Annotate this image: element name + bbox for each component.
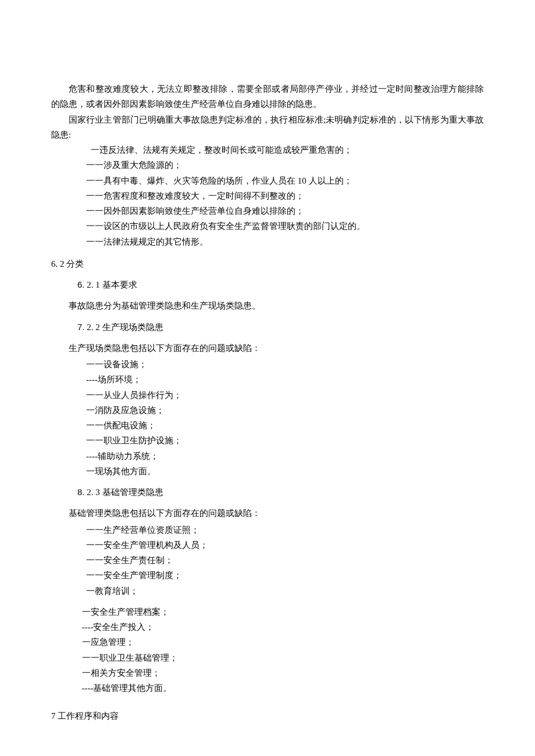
intro-p2-part-a: 国家行业主管部门已明确重大事故隐患判定标准的，执行相应标准 [69,115,323,124]
intro-item-1: 一违反法律、法规有关规定，整改时间长或可能造成较严重危害的； [51,142,484,157]
item-622-2: ----场所环境； [51,372,484,387]
item-623-2: 一一安全生产管理机构及人员； [51,538,484,553]
item-623-6: 一安全生产管理档案； [51,604,484,619]
intro-paragraph-2: 国家行业主管部门已明确重大事故隐患判定标准的，执行相应标准;未明确判定标准的，以… [51,112,484,143]
gap [51,599,484,604]
intro-item-5: 一一因外部因素影响致使生产经营单位自身难以排除的； [51,203,484,218]
heading-6-2-3: 8. 2. 3 基础管理类隐患 [51,485,484,500]
intro-item-3: 一一具有中毒、爆炸、火灾等危险的场所，作业人员在 10 人以上的； [51,173,484,188]
heading-6-2-3-num: 8. [77,487,85,497]
document-page: 危害和整改难度较大，无法立即整改排除，需要全部或者局部停产停业，并经过一定时间整… [0,0,535,756]
item-623-4: 一一安全生产管理制度； [51,568,484,583]
item-622-3: 一一从业人员操作行为； [51,388,484,403]
item-623-11: ----基础管理其他方面。 [51,680,484,696]
heading-6-2-2-title: 2. 2 生产现场类隐患 [85,323,163,332]
item-622-6: 一一职业卫生防护设施； [51,433,484,448]
heading-6-2: 6. 2 分类 [51,256,484,271]
item-623-8: 一应急管理； [51,635,484,650]
intro-item-7: 一一法律法规规定的其它情形。 [51,234,484,249]
item-622-4: 一消防及应急设施； [51,403,484,418]
intro-item-6: 一一设区的市级以上人民政府负有安全生产监督管理耿责的部门认定的。 [51,218,484,234]
paragraph-6-2-2-lead: 生产现场类隐患包括以下方面存在的问题或缺陷： [51,341,484,356]
intro-paragraph-1: 危害和整改难度较大，无法立即整改排除，需要全部或者局部停产停业，并经过一定时间整… [51,81,484,112]
heading-7: 7 工作程序和内容 [51,708,484,723]
heading-6-2-1-num: 6. [77,280,85,289]
heading-6-2-3-title: 2. 3 基础管理类隐患 [85,488,163,497]
item-623-7: ----安全生产投入； [51,619,484,635]
heading-6-2-2: 7. 2. 2 生产现场类隐患 [51,320,484,335]
item-623-3: 一一安全生产责任制； [51,553,484,568]
item-623-5: 一教育培训； [51,583,484,599]
paragraph-6-2-1: 事故隐患分为基础管理类隐患和生产现场类隐患。 [51,298,484,313]
item-623-1: 一一生产经营单位资质证照； [51,522,484,538]
item-623-9: 一一职业卫生基础管理； [51,650,484,665]
intro-item-2: 一一涉及重大危险源的； [51,157,484,173]
item-622-5: 一一供配电设施； [51,418,484,433]
item-622-1: 一一设备设施； [51,357,484,372]
item-623-10: 一相关方安全管理； [51,665,484,680]
item-622-7: ----辅助动力系统； [51,449,484,464]
heading-6-2-1: 6. 2. 1 基本要求 [51,277,484,292]
heading-6-2-1-title: 2. 1 基本要求 [85,280,137,289]
heading-6-2-2-num: 7. [77,322,85,332]
intro-item-4: 一一危害程度和整改难度较大，一定时间得不到整改的； [51,188,484,203]
item-622-8: 一现场其他方面。 [51,464,484,479]
paragraph-6-2-3-lead: 基础管理类隐患包括以下方面存在的问题或缺陷： [51,506,484,521]
